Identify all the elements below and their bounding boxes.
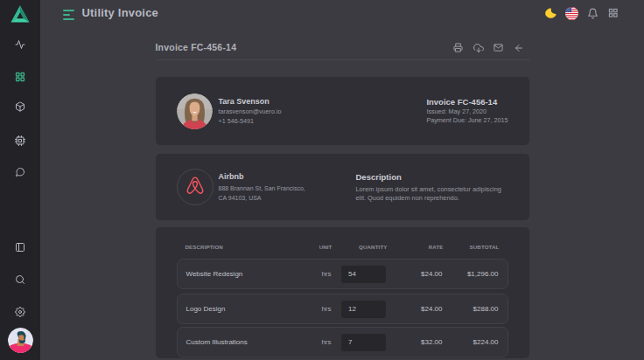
company-block: Airbnb 888 Brannan St, San Francisco, CA… xyxy=(219,171,305,204)
col-description: DESCRIPTION xyxy=(186,244,298,250)
customer-avatar xyxy=(177,93,213,129)
grid-icon[interactable] xyxy=(9,66,32,88)
col-unit: UNIT xyxy=(298,244,332,250)
navbar: Utility Invoice xyxy=(40,0,644,28)
item-rate: $24.00 xyxy=(387,305,443,313)
moon-icon[interactable] xyxy=(540,3,561,24)
gear-icon[interactable] xyxy=(9,301,32,323)
item-subtotal: $1,296.00 xyxy=(443,270,499,278)
activity-icon[interactable] xyxy=(9,33,32,56)
page-title: Utility Invoice xyxy=(82,6,159,19)
quantity-input[interactable] xyxy=(340,265,387,284)
invoice-items-card: DESCRIPTION UNIT QUANTITY RATE SUBTOTAL … xyxy=(156,227,529,358)
quantity-input[interactable] xyxy=(340,333,387,352)
cpu-icon[interactable] xyxy=(9,129,32,152)
item-rate: $32.00 xyxy=(387,338,443,346)
arrow-left-icon[interactable] xyxy=(512,41,526,55)
company-address-2: CA 94103, USA xyxy=(219,193,305,204)
item-unit: hrs xyxy=(297,270,332,278)
invoice-toolbar-title: Invoice FC-456-14 xyxy=(156,42,237,52)
customer-name: Tara Svenson xyxy=(219,96,282,107)
cloud-download-icon[interactable] xyxy=(472,41,486,55)
sidebar xyxy=(0,0,40,360)
quantity-input[interactable] xyxy=(340,300,387,319)
table-row: Website Redesign hrs $24.00 $1,296.00 xyxy=(177,259,508,289)
description-heading: Description xyxy=(356,172,508,183)
item-subtotal: $288.00 xyxy=(443,305,499,313)
printer-icon[interactable] xyxy=(452,41,466,55)
user-avatar[interactable] xyxy=(8,328,33,353)
menu-toggle-icon[interactable] xyxy=(63,10,75,20)
invoice-page: Invoice FC-456-14 xyxy=(156,28,529,358)
invoice-issued: Issued: May 27, 2020 xyxy=(426,107,508,116)
description-block: Description Lorem ipsum dolor sit amet, … xyxy=(356,172,508,202)
item-unit: hrs xyxy=(297,338,332,346)
item-rate: $24.00 xyxy=(387,270,443,278)
apps-grid-icon[interactable] xyxy=(603,3,624,24)
company-address-1: 888 Brannan St, San Francisco, xyxy=(219,183,305,194)
mail-icon[interactable] xyxy=(492,41,506,55)
item-unit: hrs xyxy=(297,305,332,313)
customer-email: tarasvenson@vuero.io xyxy=(219,107,282,116)
invoice-due: Payment Due: June 27, 2015 xyxy=(426,116,508,125)
customer-phone: +1 546-5491 xyxy=(219,117,282,126)
invoice-meta-block: Invoice FC-456-14 Issued: May 27, 2020 P… xyxy=(426,97,508,126)
search-icon[interactable] xyxy=(9,268,32,291)
table-row: Logo Design hrs $24.00 $288.00 xyxy=(177,294,508,324)
us-flag-icon[interactable] xyxy=(561,3,582,24)
item-description: Custom Illustrations xyxy=(186,338,297,346)
navbar-actions xyxy=(540,3,624,24)
col-subtotal: SUBTOTAL xyxy=(444,244,500,250)
vuero-triangle-logo[interactable] xyxy=(10,5,30,23)
invoice-number: Invoice FC-456-14 xyxy=(426,97,508,107)
item-subtotal: $224.00 xyxy=(443,338,499,346)
chat-icon[interactable] xyxy=(9,161,32,183)
company-card: Airbnb 888 Brannan St, San Francisco, CA… xyxy=(156,154,529,220)
bell-icon[interactable] xyxy=(582,3,603,24)
main-area: Utility Invoice xyxy=(40,0,644,360)
invoice-parties-card: Tara Svenson tarasvenson@vuero.io +1 546… xyxy=(156,77,529,145)
table-row: Custom Illustrations hrs $32.00 $224.00 xyxy=(177,327,508,357)
col-rate: RATE xyxy=(388,244,444,250)
item-description: Logo Design xyxy=(186,305,297,313)
invoice-toolbar: Invoice FC-456-14 xyxy=(156,28,529,60)
box-icon[interactable] xyxy=(9,95,32,118)
item-description: Website Redesign xyxy=(186,270,297,278)
panels-icon[interactable] xyxy=(9,236,32,259)
table-header-row: DESCRIPTION UNIT QUANTITY RATE SUBTOTAL xyxy=(177,239,508,254)
airbnb-logo xyxy=(177,169,214,205)
customer-block: Tara Svenson tarasvenson@vuero.io +1 546… xyxy=(219,96,282,126)
col-quantity: QUANTITY xyxy=(332,244,388,250)
toolbar-actions xyxy=(452,41,526,55)
company-name: Airbnb xyxy=(219,171,305,182)
description-text: Lorem ipsum dolor sit amet, consectetur … xyxy=(356,185,508,202)
